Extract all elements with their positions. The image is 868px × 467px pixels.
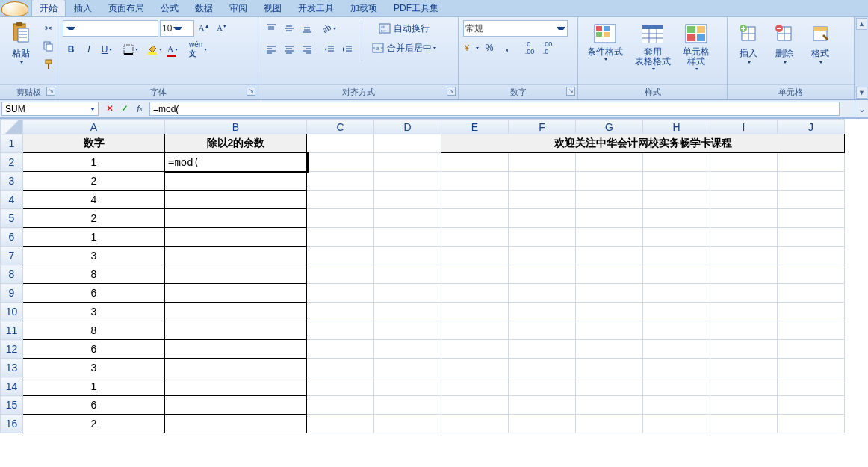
cell[interactable] [374,209,441,228]
cell[interactable] [165,209,307,228]
row-header[interactable]: 15 [1,396,23,415]
cell[interactable] [509,153,576,172]
format-as-table-button[interactable]: 套用 表格格式 [630,20,675,72]
cell[interactable] [307,247,374,265]
cell[interactable] [307,321,374,340]
cell-styles-button[interactable]: 单元格 样式 [678,20,714,72]
cell[interactable] [778,303,845,321]
tab-addins[interactable]: 加载项 [342,0,385,16]
tab-developer[interactable]: 开发工具 [290,0,342,16]
cell[interactable]: 4 [23,191,165,209]
col-header-A[interactable]: A [23,120,165,134]
format-painter-button[interactable] [40,56,57,72]
cell[interactable] [165,265,307,284]
cell[interactable] [307,228,374,247]
merge-center-button[interactable]: a 合并后居中 [368,40,440,56]
name-box[interactable]: SUM [1,102,99,116]
cell[interactable] [710,359,778,377]
cell[interactable] [441,340,509,359]
cell[interactable] [165,172,307,191]
number-launcher[interactable]: ↘ [566,87,575,96]
cell[interactable] [710,303,778,321]
conditional-format-button[interactable]: 条件格式 [583,20,627,62]
cell[interactable] [778,284,845,303]
cell[interactable]: 3 [23,247,165,265]
cell[interactable] [509,377,576,396]
row-header[interactable]: 1 [1,134,23,153]
col-header-I[interactable]: I [710,120,778,134]
cell[interactable] [576,172,643,191]
cell[interactable] [576,377,643,396]
cell[interactable] [576,303,643,321]
cell[interactable] [576,209,643,228]
row-header[interactable]: 2 [1,153,23,172]
cell[interactable] [576,284,643,303]
cell[interactable] [374,191,441,209]
cell[interactable]: 数字 [23,134,165,153]
decrease-indent-button[interactable] [321,41,338,58]
cell[interactable] [307,396,374,415]
cell[interactable] [307,284,374,303]
tab-pdf-tools[interactable]: PDF工具集 [385,0,447,16]
cell[interactable] [165,321,307,340]
underline-button[interactable]: U [99,41,115,58]
cell[interactable] [576,247,643,265]
cell[interactable] [778,191,845,209]
col-header-E[interactable]: E [441,120,509,134]
cell[interactable] [509,321,576,340]
row-header[interactable]: 16 [1,415,23,433]
cell[interactable] [576,228,643,247]
cell[interactable] [576,359,643,377]
cell[interactable] [576,153,643,172]
cell[interactable] [441,284,509,303]
cell[interactable] [509,265,576,284]
comma-button[interactable]: , [499,40,515,56]
cell[interactable] [778,396,845,415]
cell[interactable] [576,321,643,340]
cell[interactable] [778,153,845,172]
cell[interactable] [509,415,576,433]
font-size-combo[interactable]: 10 [160,20,194,37]
align-center-button[interactable] [281,41,297,58]
cell[interactable] [307,172,374,191]
cell[interactable] [165,377,307,396]
cell[interactable] [710,321,778,340]
cell[interactable] [509,359,576,377]
cell[interactable] [710,396,778,415]
active-cell[interactable]: =mod( [165,153,307,172]
formula-input[interactable]: =mod( [149,102,840,116]
cell[interactable] [441,265,509,284]
row-header[interactable]: 9 [1,284,23,303]
cell[interactable] [576,415,643,433]
cell[interactable] [374,377,441,396]
align-middle-button[interactable] [281,20,297,37]
cell[interactable] [441,377,509,396]
cell[interactable] [778,247,845,265]
cell[interactable] [307,209,374,228]
cell[interactable] [643,340,710,359]
fill-color-button[interactable] [146,41,163,58]
cell[interactable] [165,415,307,433]
cell[interactable] [374,396,441,415]
cell[interactable] [643,415,710,433]
cell[interactable] [374,247,441,265]
cell[interactable] [643,396,710,415]
cell[interactable] [374,172,441,191]
cell[interactable] [710,415,778,433]
cell[interactable] [710,247,778,265]
cell[interactable] [509,191,576,209]
align-top-button[interactable] [263,20,279,37]
clipboard-launcher[interactable]: ↘ [46,87,55,96]
format-cells-button[interactable]: 格式 [804,20,837,65]
cell[interactable] [374,359,441,377]
enter-formula-button[interactable]: ✓ [118,102,131,116]
phonetic-button[interactable]: wén文 [188,41,208,58]
copy-button[interactable] [40,38,57,55]
cell[interactable] [374,284,441,303]
cell[interactable] [441,321,509,340]
cell[interactable] [778,377,845,396]
wrap-text-button[interactable]: abc↵ 自动换行 [368,20,440,37]
percent-button[interactable]: % [481,40,497,56]
cell[interactable] [307,134,374,153]
cell[interactable]: 1 [23,377,165,396]
